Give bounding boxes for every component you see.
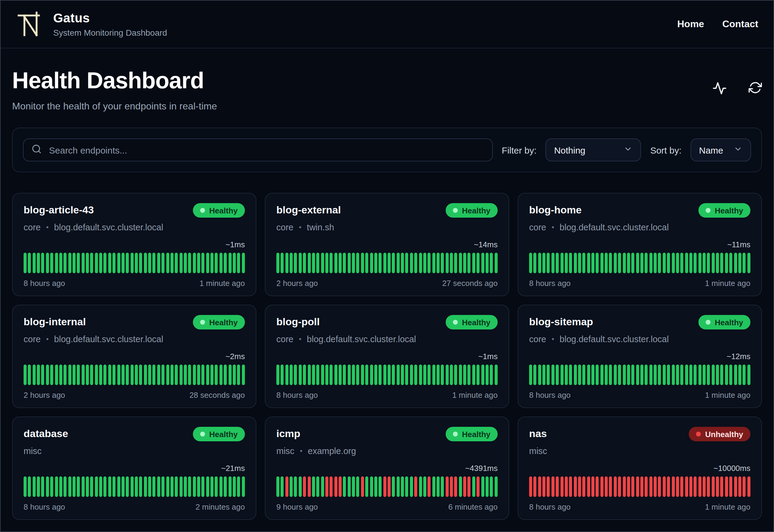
uptime-bar[interactable] xyxy=(428,476,431,497)
uptime-bar[interactable] xyxy=(605,365,608,385)
uptime-bar[interactable] xyxy=(627,476,630,497)
uptime-bar[interactable] xyxy=(645,253,648,273)
uptime-bar[interactable] xyxy=(600,476,603,497)
uptime-bar[interactable] xyxy=(303,253,306,273)
uptime-bar[interactable] xyxy=(542,476,545,497)
uptime-bar[interactable] xyxy=(348,253,351,273)
uptime-bar[interactable] xyxy=(654,476,657,497)
uptime-bar[interactable] xyxy=(437,476,440,497)
uptime-bar[interactable] xyxy=(112,365,115,385)
uptime-bar[interactable] xyxy=(330,365,333,385)
uptime-bar[interactable] xyxy=(330,476,333,497)
uptime-bar[interactable] xyxy=(689,476,692,497)
uptime-bar[interactable] xyxy=(224,365,227,385)
uptime-bar[interactable] xyxy=(672,253,675,273)
uptime-bar[interactable] xyxy=(419,365,422,385)
uptime-bar[interactable] xyxy=(414,476,417,497)
uptime-bar[interactable] xyxy=(574,365,577,385)
uptime-bar[interactable] xyxy=(215,365,218,385)
uptime-bar[interactable] xyxy=(206,365,209,385)
uptime-bar[interactable] xyxy=(37,253,40,273)
uptime-bar[interactable] xyxy=(303,476,306,497)
uptime-bar[interactable] xyxy=(144,253,147,273)
uptime-bar[interactable] xyxy=(468,365,471,385)
uptime-bar[interactable] xyxy=(720,476,724,497)
uptime-bar[interactable] xyxy=(312,365,315,385)
uptime-bar[interactable] xyxy=(215,476,218,497)
uptime-bar[interactable] xyxy=(707,253,710,273)
uptime-bar[interactable] xyxy=(242,253,245,273)
uptime-bar[interactable] xyxy=(703,365,706,385)
filter-select[interactable]: Nothing xyxy=(546,138,641,161)
uptime-bar[interactable] xyxy=(711,365,714,385)
uptime-bar[interactable] xyxy=(556,476,559,497)
uptime-bar[interactable] xyxy=(50,365,53,385)
uptime-bar[interactable] xyxy=(81,365,84,385)
uptime-bar[interactable] xyxy=(316,365,319,385)
uptime-bar[interactable] xyxy=(188,476,191,497)
uptime-bar[interactable] xyxy=(529,476,532,497)
endpoint-card[interactable]: blog-homeHealthycore•blog.default.svc.cl… xyxy=(518,193,762,296)
uptime-bar[interactable] xyxy=(285,476,288,497)
uptime-bar[interactable] xyxy=(365,476,368,497)
uptime-bar[interactable] xyxy=(720,365,724,385)
uptime-bar[interactable] xyxy=(37,365,40,385)
endpoint-card[interactable]: icmpHealthymisc•example.org~4391ms9 hour… xyxy=(265,417,509,520)
uptime-bar[interactable] xyxy=(59,253,62,273)
uptime-bar[interactable] xyxy=(307,253,311,273)
uptime-bar[interactable] xyxy=(459,476,462,497)
uptime-bar[interactable] xyxy=(122,365,125,385)
uptime-bar[interactable] xyxy=(197,365,200,385)
uptime-bar[interactable] xyxy=(32,365,35,385)
uptime-bar[interactable] xyxy=(698,253,701,273)
uptime-bar[interactable] xyxy=(396,253,399,273)
uptime-bar[interactable] xyxy=(472,365,475,385)
uptime-bar[interactable] xyxy=(468,476,471,497)
uptime-bar[interactable] xyxy=(224,253,227,273)
uptime-bar[interactable] xyxy=(556,365,559,385)
uptime-bar[interactable] xyxy=(423,476,426,497)
uptime-bar[interactable] xyxy=(534,253,537,273)
uptime-bar[interactable] xyxy=(202,365,205,385)
uptime-bar[interactable] xyxy=(667,476,670,497)
uptime-bar[interactable] xyxy=(609,476,612,497)
uptime-bar[interactable] xyxy=(445,253,448,273)
uptime-bar[interactable] xyxy=(73,365,76,385)
uptime-bar[interactable] xyxy=(361,365,364,385)
uptime-bar[interactable] xyxy=(130,476,133,497)
uptime-bar[interactable] xyxy=(294,365,297,385)
uptime-bar[interactable] xyxy=(108,253,111,273)
uptime-bar[interactable] xyxy=(99,253,102,273)
uptime-bar[interactable] xyxy=(171,365,174,385)
uptime-bar[interactable] xyxy=(316,253,319,273)
uptime-bar[interactable] xyxy=(432,476,435,497)
uptime-bar[interactable] xyxy=(55,365,58,385)
uptime-bar[interactable] xyxy=(59,365,62,385)
uptime-bar[interactable] xyxy=(560,253,563,273)
uptime-bar[interactable] xyxy=(55,476,58,497)
uptime-bar[interactable] xyxy=(486,253,489,273)
uptime-bar[interactable] xyxy=(454,476,457,497)
uptime-bar[interactable] xyxy=(672,365,675,385)
uptime-bar[interactable] xyxy=(139,253,142,273)
uptime-bar[interactable] xyxy=(583,253,586,273)
uptime-bar[interactable] xyxy=(383,253,386,273)
uptime-bar[interactable] xyxy=(547,253,550,273)
uptime-bar[interactable] xyxy=(734,476,737,497)
uptime-bar[interactable] xyxy=(161,476,164,497)
uptime-bar[interactable] xyxy=(654,253,657,273)
uptime-bar[interactable] xyxy=(441,476,444,497)
uptime-bar[interactable] xyxy=(551,253,554,273)
uptime-bar[interactable] xyxy=(28,253,31,273)
uptime-bar[interactable] xyxy=(649,253,652,273)
uptime-bar[interactable] xyxy=(130,253,133,273)
uptime-bar[interactable] xyxy=(734,253,737,273)
uptime-bar[interactable] xyxy=(321,365,324,385)
uptime-bar[interactable] xyxy=(388,365,391,385)
uptime-bar[interactable] xyxy=(494,365,497,385)
uptime-bar[interactable] xyxy=(104,476,107,497)
uptime-bar[interactable] xyxy=(175,365,178,385)
uptime-bar[interactable] xyxy=(663,253,666,273)
uptime-bar[interactable] xyxy=(321,476,324,497)
uptime-bar[interactable] xyxy=(166,253,169,273)
